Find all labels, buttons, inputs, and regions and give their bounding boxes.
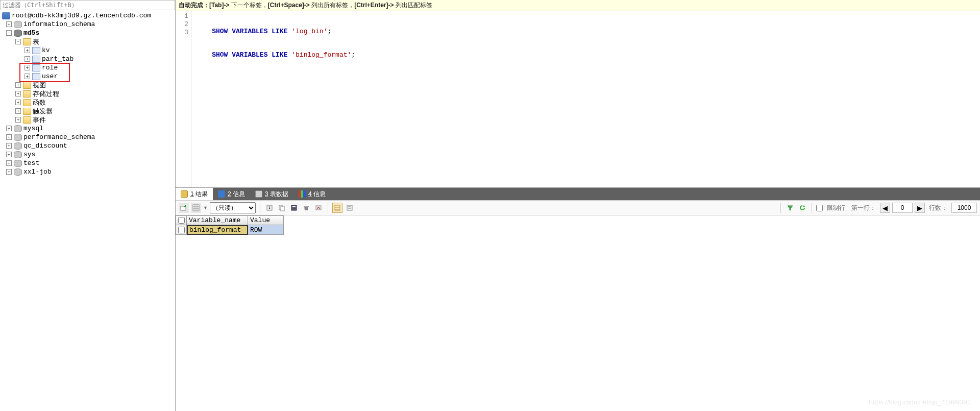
svg-rect-7	[304, 206, 309, 207]
expand-icon[interactable]: +	[15, 82, 21, 88]
svg-rect-10	[347, 205, 352, 210]
limit-rows-checkbox[interactable]	[816, 205, 823, 211]
expand-icon[interactable]: +	[15, 117, 21, 123]
expand-icon[interactable]: +	[15, 100, 21, 105]
tree-server[interactable]: root@cdb-kk3mj3d9.gz.tencentcdb.com	[0, 11, 175, 20]
tab-result[interactable]: 1 结果	[176, 188, 213, 200]
view-grid-button[interactable]	[332, 203, 342, 213]
sql-editor[interactable]: 1 2 3 SHOW VARIABLES LIKE 'log_bin'; SHO…	[176, 11, 980, 188]
result-grid[interactable]: Variable_name Value binlog_format ROW	[176, 215, 980, 235]
database-icon	[14, 30, 22, 37]
expand-icon[interactable]: +	[6, 143, 12, 149]
select-all-checkbox[interactable]	[178, 217, 185, 224]
expand-icon[interactable]: +	[6, 21, 12, 27]
database-icon	[14, 151, 22, 158]
tree-db[interactable]: +information_schema	[0, 20, 175, 29]
tree-folder-events[interactable]: +事件	[0, 115, 175, 124]
row-checkbox[interactable]	[178, 227, 185, 233]
tree-table-user[interactable]: +user	[0, 72, 175, 81]
collapse-icon[interactable]: -	[6, 30, 12, 36]
next-page-button[interactable]: ▶	[915, 203, 925, 213]
tree-folder-funcs[interactable]: +函数	[0, 98, 175, 107]
expand-icon[interactable]: +	[6, 160, 12, 166]
tab-tabledata[interactable]: 3 表数据	[250, 188, 293, 200]
refresh-button[interactable]	[797, 203, 807, 213]
expand-icon[interactable]: +	[24, 47, 30, 53]
expand-icon[interactable]: +	[15, 108, 21, 114]
folder-icon	[23, 108, 31, 115]
tab-info[interactable]: 2 信息	[213, 188, 250, 200]
tree-db-active[interactable]: -md5s	[0, 29, 175, 37]
expand-icon[interactable]: +	[24, 56, 30, 62]
expand-icon[interactable]: +	[24, 74, 30, 79]
server-icon	[2, 12, 10, 19]
table-icon	[32, 73, 40, 80]
view-form-button[interactable]	[345, 203, 355, 213]
tree-db[interactable]: +xxl-job	[0, 167, 175, 176]
tree-folder-triggers[interactable]: +触发器	[0, 107, 175, 115]
delete-button[interactable]	[301, 203, 311, 213]
highlight-box: +role +user	[0, 63, 175, 81]
col-value[interactable]: Value	[248, 215, 284, 225]
filter-button[interactable]	[785, 203, 795, 213]
tree-db[interactable]: +qc_discount	[0, 141, 175, 150]
folder-icon	[23, 116, 31, 124]
tree-db[interactable]: +mysql	[0, 124, 175, 133]
autocomplete-hint: 自动完成：[Tab]-> 下一个标签，[Ctrl+Space]-> 列出所有标签…	[176, 0, 980, 11]
edit-mode-select[interactable]: （只读）	[210, 202, 256, 213]
folder-icon	[23, 82, 31, 89]
tree-db[interactable]: +sys	[0, 150, 175, 159]
tree-table-role[interactable]: +role	[0, 63, 175, 72]
export-button[interactable]	[264, 203, 275, 213]
cell-value[interactable]: ROW	[248, 225, 284, 235]
main: 自动完成：[Tab]-> 下一个标签，[Ctrl+Space]-> 列出所有标签…	[176, 0, 980, 411]
first-row-input[interactable]	[892, 203, 913, 213]
expand-icon[interactable]: +	[6, 152, 12, 157]
grid-icon	[181, 190, 188, 198]
result-empty-area	[176, 235, 980, 411]
info-icon	[218, 190, 225, 198]
expand-icon[interactable]: +	[6, 126, 12, 131]
object-tree[interactable]: root@cdb-kk3mj3d9.gz.tencentcdb.com +inf…	[0, 10, 175, 411]
copy-button[interactable]	[277, 203, 287, 213]
tree-db[interactable]: +test	[0, 159, 175, 167]
expand-icon[interactable]: +	[6, 134, 12, 140]
grid-header: Variable_name Value	[176, 215, 980, 225]
rows-input[interactable]	[951, 203, 977, 213]
cell-variable-name[interactable]: binlog_format	[187, 225, 248, 235]
table-icon	[32, 64, 40, 71]
database-icon	[14, 134, 22, 141]
grid-row[interactable]: binlog_format ROW	[176, 225, 980, 235]
cancel-button[interactable]	[313, 203, 324, 213]
tree-folder-views[interactable]: +视图	[0, 81, 175, 89]
folder-icon	[23, 99, 31, 106]
grid-view-button[interactable]	[191, 203, 201, 213]
add-row-button[interactable]	[179, 203, 189, 213]
result-toolbar: ▼ （只读） 限制行 第一行： ◀ ▶ 行数：	[176, 200, 980, 215]
filter-input[interactable]	[0, 0, 175, 10]
tree-table[interactable]: +kv	[0, 46, 175, 55]
expand-icon[interactable]: +	[24, 65, 30, 70]
line-gutter: 1 2 3	[176, 11, 192, 187]
prev-page-button[interactable]: ◀	[880, 203, 890, 213]
save-button[interactable]	[289, 203, 299, 213]
svg-rect-6	[292, 206, 296, 207]
table-icon	[32, 47, 40, 54]
expand-icon[interactable]: +	[15, 91, 21, 96]
svg-rect-4	[281, 206, 284, 211]
table-icon	[32, 56, 40, 63]
tab-info2[interactable]: 4 信息	[293, 188, 331, 200]
database-icon	[14, 21, 22, 28]
tree-folder-tables[interactable]: -表	[0, 37, 175, 46]
folder-icon	[23, 90, 31, 98]
first-row-label: 第一行：	[851, 204, 876, 212]
tree-folder-procs[interactable]: +存储过程	[0, 89, 175, 98]
database-icon	[14, 160, 22, 167]
result-tabs: 1 结果 2 信息 3 表数据 4 信息	[176, 188, 980, 200]
col-variable-name[interactable]: Variable_name	[187, 215, 248, 225]
tree-db[interactable]: +performance_schema	[0, 133, 175, 141]
collapse-icon[interactable]: -	[15, 39, 21, 44]
code-area[interactable]: SHOW VARIABLES LIKE 'log_bin'; SHOW VARI…	[192, 11, 980, 187]
tree-table[interactable]: +part_tab	[0, 55, 175, 63]
expand-icon[interactable]: +	[6, 169, 12, 175]
